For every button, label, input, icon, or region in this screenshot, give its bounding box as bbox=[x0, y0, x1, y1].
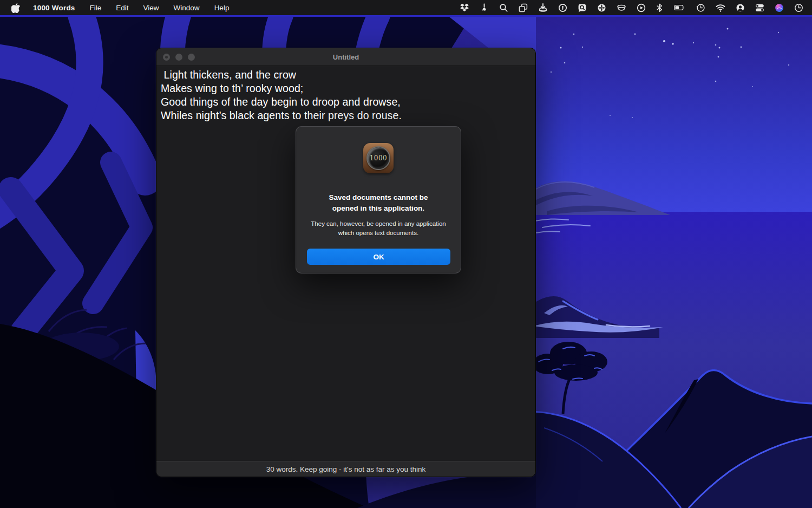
minimize-button[interactable] bbox=[175, 54, 182, 61]
keyhole-info-icon[interactable] bbox=[558, 3, 567, 12]
editor-line: Makes wing to th’ rooky wood; bbox=[161, 82, 531, 95]
download-icon[interactable] bbox=[538, 3, 548, 12]
battery-icon[interactable] bbox=[673, 3, 686, 12]
close-button[interactable] bbox=[163, 54, 170, 61]
search-bubble-icon[interactable] bbox=[578, 3, 587, 12]
cup-icon[interactable] bbox=[617, 3, 626, 12]
zoom-button[interactable] bbox=[188, 54, 195, 61]
menubar-menus: File Edit View Window Help bbox=[90, 4, 230, 12]
bluetooth-icon[interactable] bbox=[656, 3, 663, 12]
editor-line: Whiles night’s black agents to their pre… bbox=[161, 109, 531, 122]
control-center-icon[interactable] bbox=[755, 3, 764, 12]
user-account-icon[interactable] bbox=[736, 3, 745, 12]
menu-file[interactable]: File bbox=[90, 4, 102, 12]
menubar-status-icons bbox=[460, 3, 812, 12]
clock-icon[interactable] bbox=[794, 3, 803, 12]
dropbox-icon[interactable] bbox=[460, 3, 469, 12]
menubar-underline bbox=[0, 15, 812, 17]
menu-edit[interactable]: Edit bbox=[116, 4, 128, 12]
ok-button[interactable]: OK bbox=[307, 249, 450, 265]
menu-window[interactable]: Window bbox=[174, 4, 200, 12]
dialog-title: Saved documents cannot be opened in this… bbox=[321, 192, 436, 214]
window-title: Untitled bbox=[333, 53, 359, 61]
typewriter-key-icon: 1000 bbox=[366, 146, 390, 170]
traffic-lights bbox=[163, 48, 195, 66]
text-editor[interactable]: Light thickens, and the crow Makes wing … bbox=[156, 66, 535, 125]
editor-line: Good things of the day begin to droop an… bbox=[161, 95, 531, 109]
siri-icon[interactable] bbox=[775, 3, 784, 12]
menu-view[interactable]: View bbox=[143, 4, 159, 12]
apple-menu[interactable] bbox=[11, 3, 21, 13]
menu-help[interactable]: Help bbox=[214, 4, 230, 12]
overlap-windows-icon[interactable] bbox=[519, 3, 528, 12]
menubar-app-name[interactable]: 1000 Words bbox=[33, 4, 75, 12]
search-icon[interactable] bbox=[499, 3, 508, 12]
pinwheel-icon[interactable] bbox=[597, 3, 606, 12]
word-count-status-bar: 30 words. Keep going - it's not as far a… bbox=[156, 461, 535, 477]
window-titlebar[interactable]: Untitled bbox=[156, 48, 535, 66]
wifi-icon[interactable] bbox=[716, 3, 725, 12]
menu-bar: 1000 Words File Edit View Window Help bbox=[0, 0, 812, 15]
apple-icon bbox=[11, 3, 20, 13]
app-icon-1000-words: 1000 bbox=[363, 143, 394, 173]
desktop: 1000 Words File Edit View Window Help bbox=[0, 0, 812, 508]
dialog-message: They can, however, be opened in any appl… bbox=[309, 219, 448, 238]
app-icon-label: 1000 bbox=[370, 154, 388, 162]
play-circle-icon[interactable] bbox=[637, 3, 646, 12]
time-machine-icon[interactable] bbox=[696, 3, 705, 12]
editor-line: Light thickens, and the crow bbox=[161, 68, 531, 82]
alert-dialog: 1000 Saved documents cannot be opened in… bbox=[296, 126, 461, 273]
brush-icon[interactable] bbox=[480, 3, 489, 12]
